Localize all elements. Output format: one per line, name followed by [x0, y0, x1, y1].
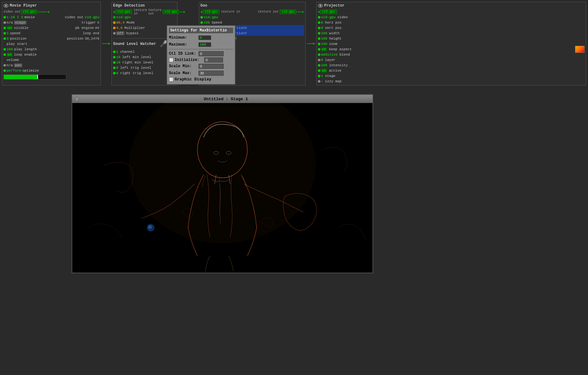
scale-max-input[interactable] — [199, 71, 224, 76]
settings-maximum-row: Maximum: 100 — [169, 41, 233, 48]
initialize-input[interactable] — [204, 57, 223, 63]
stage-titlebar: Untitled : Stage 1 — [72, 95, 373, 103]
progress-cursor — [37, 75, 38, 79]
settings-ctlid-row: Ctl ID Link: — [169, 51, 233, 57]
projector-title: Projector — [318, 3, 585, 8]
eye-icon — [3, 4, 8, 8]
connection-mp-ed — [102, 2, 110, 85]
movie-row-5: 0 position position 30,2478 — [3, 36, 99, 41]
proj-row-height: 100 height — [318, 36, 585, 41]
stage-window: Untitled : Stage 1 — [72, 94, 373, 273]
proj-row-stage: 1 stage — [318, 73, 585, 79]
goo-title: Goo — [200, 3, 304, 8]
proj-connection-row: vid-gpu — [318, 9, 585, 14]
movie-row-volume: volume — [3, 57, 99, 63]
movie-player-panel: Movie Player video out vid-gpu 1:18 I S … — [2, 2, 101, 85]
ed-out-pill[interactable]: vid-gpu — [163, 10, 179, 14]
proj-row-width: 100 width — [318, 30, 585, 36]
stage-close-button[interactable] — [75, 97, 79, 101]
settings-title: Settings for MaxDistortio — [169, 28, 233, 33]
ed-in-pill[interactable]: vid-gpu — [116, 10, 132, 14]
svg-point-3 — [319, 5, 321, 7]
ed-connection-row: vid-gpu texture in texture out vid-gpu — [113, 9, 176, 14]
movie-row-play-start: play start — [3, 41, 99, 46]
graphic-display-checkbox[interactable] — [169, 77, 173, 82]
progress-bar-fill — [4, 75, 38, 79]
settings-popup: Settings for MaxDistortio Minimum: 0 Max… — [166, 25, 236, 85]
proj-row-blend: additive blend — [318, 52, 585, 57]
stage-title: Untitled : Stage 1 — [82, 97, 370, 101]
progress-bar-container[interactable] — [3, 74, 66, 79]
ctl-id-input[interactable] — [199, 51, 224, 56]
movie-row-loop-enable: on loop enable — [3, 52, 99, 57]
projector-panel: Projector vid-gpu vid-gpu video 0 horz p… — [316, 2, 586, 85]
proj-row-izzymap: - izzy map — [318, 79, 585, 84]
goo-row-1: vid-gpu — [200, 14, 304, 20]
stage-video — [72, 103, 373, 273]
movie-row-2: n/a stage trigger X — [3, 20, 99, 25]
settings-minimum-row: Minimum: 0 — [169, 35, 233, 41]
goo-in-pill[interactable]: vid-gpu — [203, 10, 219, 14]
movie-row-1: 1:18 I S movie video out vid-gpu — [3, 14, 99, 20]
settings-scalemin-row: Scale Min: — [169, 63, 233, 69]
initialize-checkbox[interactable] — [169, 58, 173, 62]
settings-scalemax-row: Scale Max: — [169, 70, 233, 76]
proj-row-vertpos: 0 vert pos — [318, 25, 585, 30]
edge-detection-title: Edge Detection — [113, 3, 176, 8]
movie-row-3: on visible pb engine AV — [3, 25, 99, 30]
movie-player-title: Movie Player — [3, 3, 99, 8]
ed-row-2: 86,4 Mode — [113, 20, 176, 25]
movie-row-optimize: perform optimize — [3, 68, 99, 73]
connection-goo-proj — [307, 2, 315, 85]
proj-row-horzpos: 0 horz pos — [318, 20, 585, 25]
stage-content — [72, 103, 373, 273]
proj-in-pill[interactable]: vid-gpu — [320, 10, 337, 14]
goo-out-pill[interactable]: vid-gpu — [280, 10, 296, 14]
movie-row-play-length: 100 play length — [3, 46, 99, 52]
proj-row-intensity: 100 intensity _ — [318, 63, 585, 68]
settings-graphic-row: Graphic Display — [169, 77, 233, 82]
proj-row-active: on active — [318, 68, 585, 73]
scale-min-input[interactable] — [199, 64, 224, 69]
goo-row-speed: 100 Speed — [200, 20, 304, 25]
proj-row-video: vid-gpu video — [318, 14, 585, 20]
movie-row-4: 1 speed loop end — [3, 30, 99, 36]
svg-point-1 — [5, 5, 7, 7]
settings-initialize-row: Initialize: — [169, 57, 233, 63]
ed-row-1: vid-gpu — [113, 14, 176, 20]
proj-row-zoom: 100 zoom — [318, 41, 585, 46]
movie-player-connection: video out vid-gpu — [3, 9, 99, 14]
proj-row-keepaspect: on keep aspect — [318, 46, 585, 52]
movie-row-pan: n/a pan — [3, 63, 99, 68]
proj-row-layer: 0 layer — [318, 57, 585, 63]
vidgpu-out-pill[interactable]: vid-gpu — [21, 10, 37, 14]
projector-thumbnail — [575, 46, 585, 53]
eye-icon-projector — [318, 4, 323, 8]
goo-connection-row: vid-gpu texture in texture out vid-gpu — [200, 9, 304, 14]
svg-point-10 — [148, 225, 152, 229]
